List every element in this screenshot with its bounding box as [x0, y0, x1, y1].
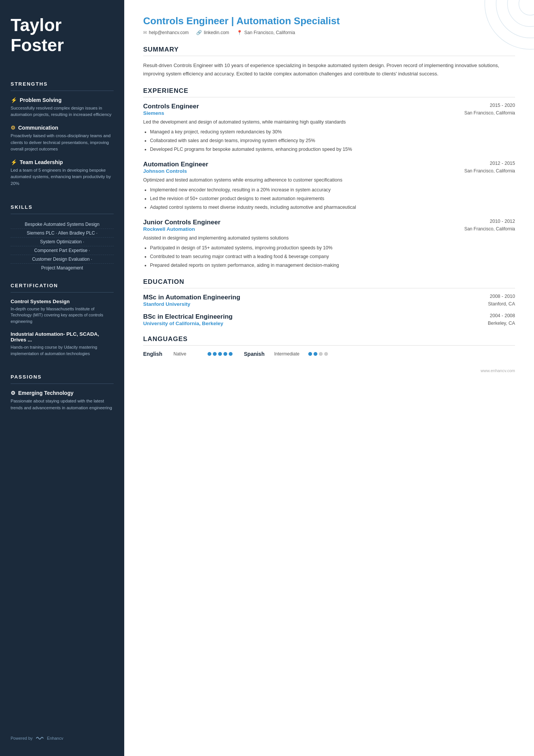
passion-title: ⚙ Emerging Technology	[11, 390, 114, 396]
job-desc: Led the development and design of automa…	[143, 118, 515, 126]
brand-name: Enhancv	[47, 736, 63, 740]
title-part1: Controls Engineer	[143, 15, 228, 27]
job-dates: 2012 - 2015	[490, 161, 515, 166]
experience-divider	[143, 97, 515, 97]
title-part2: Automation Specialist	[236, 15, 340, 27]
skill-item: Component Part Expertise ·	[11, 246, 114, 255]
exp-header: Junior Controls Engineer 2010 - 2012	[143, 219, 515, 226]
skill-item: System Optimization ·	[11, 238, 114, 246]
edu-sub-header: University of California, Berkeley Berke…	[143, 321, 515, 326]
bullet-item: Managed a key project, reducing system r…	[150, 128, 515, 136]
bullet-item: Contributed to team securing major contr…	[150, 253, 515, 260]
filled-dot	[314, 352, 317, 356]
strength-desc: Successfully resolved complex design iss…	[11, 105, 114, 118]
job-company: Johnson Controls	[143, 168, 187, 174]
linkedin-value: linkedin.com	[204, 30, 229, 35]
exp-sub-header: Rockwell Automation San Francisco, Calif…	[143, 226, 515, 232]
job-bullets: Participated in design of 15+ automated …	[143, 244, 515, 269]
strength-icon: ⚡	[11, 159, 17, 165]
job-desc: Optimized and tested automation systems …	[143, 176, 515, 184]
cert-title: Control Systems Design	[11, 299, 114, 304]
exp-header: Controls Engineer 2015 - 2020	[143, 103, 515, 110]
job-title: Controls Engineer	[143, 103, 199, 110]
edu-location: Stanford, CA	[488, 301, 515, 307]
passions-list: ⚙ Emerging Technology Passionate about s…	[11, 390, 114, 416]
title-pipe: |	[231, 15, 237, 27]
job-location: San Francisco, California	[464, 168, 515, 174]
strength-icon: ⚙	[11, 125, 16, 131]
skill-item: Bespoke Automated Systems Design	[11, 220, 114, 229]
job-location: San Francisco, California	[464, 226, 515, 232]
filled-dot	[208, 352, 211, 356]
summary-divider	[143, 56, 515, 56]
skill-item: Customer Design Evaluation ·	[11, 255, 114, 264]
job-company: Siemens	[143, 110, 164, 116]
cert-desc: In-depth course by Massachusetts Institu…	[11, 306, 114, 325]
skills-divider	[11, 214, 114, 214]
empty-dot	[319, 352, 323, 356]
language-item: Spanish Intermediate	[244, 351, 328, 357]
job-dates: 2010 - 2012	[490, 219, 515, 224]
experience-item: Controls Engineer 2015 - 2020 Siemens Sa…	[143, 103, 515, 153]
skill-item: Project Management	[11, 264, 114, 272]
education-list: MSc in Automation Engineering 2008 - 201…	[143, 294, 515, 326]
experience-list: Controls Engineer 2015 - 2020 Siemens Sa…	[143, 103, 515, 269]
filled-dot	[308, 352, 312, 356]
resume-main: Controls Engineer | Automation Specialis…	[143, 15, 515, 373]
filled-dot	[213, 352, 217, 356]
strength-item: ⚙ Communication Proactively liaised with…	[11, 125, 114, 152]
cert-section-title: CERTIFICATION	[11, 283, 114, 288]
strength-title: ⚙ Communication	[11, 125, 114, 131]
lang-dots	[308, 352, 328, 356]
email-value: help@enhancv.com	[149, 30, 189, 35]
job-company: Rockwell Automation	[143, 226, 195, 232]
cert-title: Industrial Automation- PLC, SCADA, Drive…	[11, 331, 114, 343]
contact-line: ✉ help@enhancv.com 🔗 linkedin.com 📍 San …	[143, 30, 515, 35]
job-dates: 2015 - 2020	[490, 103, 515, 108]
email-icon: ✉	[143, 30, 147, 35]
main-content-area: Controls Engineer | Automation Specialis…	[124, 0, 534, 756]
resume-title: Controls Engineer | Automation Specialis…	[143, 15, 515, 27]
strength-icon: ⚡	[11, 97, 17, 103]
contact-location: 📍 San Francisco, California	[237, 30, 295, 35]
sidebar: Taylor Foster STRENGTHS ⚡ Problem Solvin…	[0, 0, 124, 756]
cert-item: Industrial Automation- PLC, SCADA, Drive…	[11, 331, 114, 357]
job-bullets: Managed a key project, reducing system r…	[143, 128, 515, 153]
empty-dot	[324, 352, 328, 356]
lang-dots	[208, 352, 233, 356]
language-item: English Native	[143, 351, 233, 357]
languages-divider	[143, 345, 515, 346]
experience-item: Junior Controls Engineer 2010 - 2012 Roc…	[143, 219, 515, 269]
job-desc: Assisted in designing and implementing a…	[143, 234, 515, 242]
languages-list: English Native Spanish Intermediate	[143, 351, 515, 357]
cert-desc: Hands-on training course by Udacity mast…	[11, 344, 114, 357]
website-url: www.enhancv.com	[481, 368, 515, 373]
lang-level: Intermediate	[274, 351, 304, 357]
education-heading: EDUCATION	[143, 278, 515, 286]
strength-name: Problem Solving	[20, 97, 61, 103]
linkedin-icon: 🔗	[196, 30, 202, 35]
exp-sub-header: Johnson Controls San Francisco, Californ…	[143, 168, 515, 174]
main-footer: www.enhancv.com	[143, 368, 515, 373]
skills-list: Bespoke Automated Systems DesignSiemens …	[11, 220, 114, 272]
edu-dates: 2008 - 2010	[490, 294, 515, 301]
cert-divider	[11, 292, 114, 293]
enhancv-logo-icon	[36, 736, 44, 741]
summary-heading: SUMMARY	[143, 46, 515, 53]
edu-school: University of California, Berkeley	[143, 321, 223, 326]
lang-name: Spanish	[244, 351, 270, 357]
bullet-item: Participated in design of 15+ automated …	[150, 244, 515, 252]
strength-title: ⚡ Team Leadership	[11, 159, 114, 165]
cert-item: Control Systems Design In-depth course b…	[11, 299, 114, 325]
experience-heading: EXPERIENCE	[143, 87, 515, 95]
location-value: San Francisco, California	[244, 30, 295, 35]
skills-section-title: SKILLS	[11, 204, 114, 210]
bullet-item: Prepared detailed reports on system perf…	[150, 261, 515, 269]
edu-degree: BSc in Electrical Engineering	[143, 313, 233, 321]
passion-desc: Passionate about staying updated with th…	[11, 398, 114, 411]
job-bullets: Implemented new encoder technology, resu…	[143, 186, 515, 211]
strength-desc: Proactively liaised with cross-disciplin…	[11, 133, 114, 152]
filled-dot	[223, 352, 227, 356]
strengths-list: ⚡ Problem Solving Successfully resolved …	[11, 97, 114, 194]
bullet-item: Developed PLC programs for bespoke autom…	[150, 146, 515, 153]
